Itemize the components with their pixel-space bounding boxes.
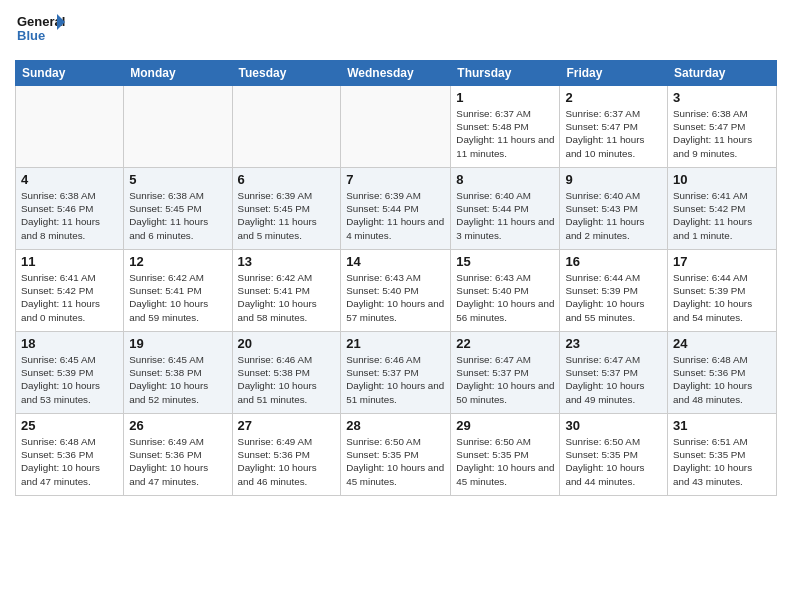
day-info: Sunrise: 6:38 AM Sunset: 5:46 PM Dayligh… [21, 189, 118, 242]
day-number: 18 [21, 336, 118, 351]
day-info: Sunrise: 6:48 AM Sunset: 5:36 PM Dayligh… [673, 353, 771, 406]
col-header-monday: Monday [124, 61, 232, 86]
day-cell: 20Sunrise: 6:46 AM Sunset: 5:38 PM Dayli… [232, 332, 341, 414]
day-cell: 30Sunrise: 6:50 AM Sunset: 5:35 PM Dayli… [560, 414, 668, 496]
day-info: Sunrise: 6:40 AM Sunset: 5:43 PM Dayligh… [565, 189, 662, 242]
day-number: 20 [238, 336, 336, 351]
day-number: 15 [456, 254, 554, 269]
day-cell: 21Sunrise: 6:46 AM Sunset: 5:37 PM Dayli… [341, 332, 451, 414]
day-number: 13 [238, 254, 336, 269]
day-cell: 26Sunrise: 6:49 AM Sunset: 5:36 PM Dayli… [124, 414, 232, 496]
day-cell: 31Sunrise: 6:51 AM Sunset: 5:35 PM Dayli… [668, 414, 777, 496]
day-info: Sunrise: 6:37 AM Sunset: 5:47 PM Dayligh… [565, 107, 662, 160]
day-cell: 10Sunrise: 6:41 AM Sunset: 5:42 PM Dayli… [668, 168, 777, 250]
day-number: 27 [238, 418, 336, 433]
day-number: 1 [456, 90, 554, 105]
col-header-tuesday: Tuesday [232, 61, 341, 86]
day-number: 17 [673, 254, 771, 269]
day-number: 23 [565, 336, 662, 351]
day-info: Sunrise: 6:46 AM Sunset: 5:37 PM Dayligh… [346, 353, 445, 406]
day-info: Sunrise: 6:44 AM Sunset: 5:39 PM Dayligh… [565, 271, 662, 324]
day-cell: 24Sunrise: 6:48 AM Sunset: 5:36 PM Dayli… [668, 332, 777, 414]
day-cell: 25Sunrise: 6:48 AM Sunset: 5:36 PM Dayli… [16, 414, 124, 496]
day-info: Sunrise: 6:38 AM Sunset: 5:45 PM Dayligh… [129, 189, 226, 242]
week-row-4: 18Sunrise: 6:45 AM Sunset: 5:39 PM Dayli… [16, 332, 777, 414]
header: General Blue [15, 10, 777, 52]
day-cell [232, 86, 341, 168]
day-info: Sunrise: 6:42 AM Sunset: 5:41 PM Dayligh… [238, 271, 336, 324]
day-info: Sunrise: 6:50 AM Sunset: 5:35 PM Dayligh… [346, 435, 445, 488]
day-info: Sunrise: 6:49 AM Sunset: 5:36 PM Dayligh… [129, 435, 226, 488]
week-row-1: 1Sunrise: 6:37 AM Sunset: 5:48 PM Daylig… [16, 86, 777, 168]
day-info: Sunrise: 6:41 AM Sunset: 5:42 PM Dayligh… [673, 189, 771, 242]
page: General Blue SundayMondayTuesdayWednesda… [0, 0, 792, 612]
day-cell: 1Sunrise: 6:37 AM Sunset: 5:48 PM Daylig… [451, 86, 560, 168]
day-number: 9 [565, 172, 662, 187]
col-header-wednesday: Wednesday [341, 61, 451, 86]
day-number: 12 [129, 254, 226, 269]
day-cell: 9Sunrise: 6:40 AM Sunset: 5:43 PM Daylig… [560, 168, 668, 250]
day-cell: 29Sunrise: 6:50 AM Sunset: 5:35 PM Dayli… [451, 414, 560, 496]
day-info: Sunrise: 6:37 AM Sunset: 5:48 PM Dayligh… [456, 107, 554, 160]
day-info: Sunrise: 6:45 AM Sunset: 5:38 PM Dayligh… [129, 353, 226, 406]
day-cell: 12Sunrise: 6:42 AM Sunset: 5:41 PM Dayli… [124, 250, 232, 332]
day-info: Sunrise: 6:46 AM Sunset: 5:38 PM Dayligh… [238, 353, 336, 406]
day-info: Sunrise: 6:44 AM Sunset: 5:39 PM Dayligh… [673, 271, 771, 324]
day-cell [341, 86, 451, 168]
day-cell: 4Sunrise: 6:38 AM Sunset: 5:46 PM Daylig… [16, 168, 124, 250]
day-number: 24 [673, 336, 771, 351]
day-number: 3 [673, 90, 771, 105]
day-info: Sunrise: 6:43 AM Sunset: 5:40 PM Dayligh… [456, 271, 554, 324]
day-cell: 27Sunrise: 6:49 AM Sunset: 5:36 PM Dayli… [232, 414, 341, 496]
day-info: Sunrise: 6:43 AM Sunset: 5:40 PM Dayligh… [346, 271, 445, 324]
calendar-header-row: SundayMondayTuesdayWednesdayThursdayFrid… [16, 61, 777, 86]
day-cell: 2Sunrise: 6:37 AM Sunset: 5:47 PM Daylig… [560, 86, 668, 168]
day-cell: 5Sunrise: 6:38 AM Sunset: 5:45 PM Daylig… [124, 168, 232, 250]
week-row-5: 25Sunrise: 6:48 AM Sunset: 5:36 PM Dayli… [16, 414, 777, 496]
col-header-sunday: Sunday [16, 61, 124, 86]
day-cell: 17Sunrise: 6:44 AM Sunset: 5:39 PM Dayli… [668, 250, 777, 332]
day-number: 30 [565, 418, 662, 433]
day-info: Sunrise: 6:48 AM Sunset: 5:36 PM Dayligh… [21, 435, 118, 488]
day-cell: 19Sunrise: 6:45 AM Sunset: 5:38 PM Dayli… [124, 332, 232, 414]
day-number: 10 [673, 172, 771, 187]
day-cell: 23Sunrise: 6:47 AM Sunset: 5:37 PM Dayli… [560, 332, 668, 414]
day-info: Sunrise: 6:51 AM Sunset: 5:35 PM Dayligh… [673, 435, 771, 488]
day-info: Sunrise: 6:50 AM Sunset: 5:35 PM Dayligh… [565, 435, 662, 488]
svg-text:Blue: Blue [17, 28, 45, 43]
day-number: 19 [129, 336, 226, 351]
day-number: 28 [346, 418, 445, 433]
col-header-saturday: Saturday [668, 61, 777, 86]
day-number: 5 [129, 172, 226, 187]
day-cell: 7Sunrise: 6:39 AM Sunset: 5:44 PM Daylig… [341, 168, 451, 250]
day-number: 8 [456, 172, 554, 187]
day-number: 21 [346, 336, 445, 351]
day-number: 31 [673, 418, 771, 433]
day-cell: 13Sunrise: 6:42 AM Sunset: 5:41 PM Dayli… [232, 250, 341, 332]
day-info: Sunrise: 6:38 AM Sunset: 5:47 PM Dayligh… [673, 107, 771, 160]
day-cell: 6Sunrise: 6:39 AM Sunset: 5:45 PM Daylig… [232, 168, 341, 250]
day-cell: 8Sunrise: 6:40 AM Sunset: 5:44 PM Daylig… [451, 168, 560, 250]
day-info: Sunrise: 6:39 AM Sunset: 5:44 PM Dayligh… [346, 189, 445, 242]
day-number: 29 [456, 418, 554, 433]
day-number: 2 [565, 90, 662, 105]
col-header-thursday: Thursday [451, 61, 560, 86]
day-cell: 14Sunrise: 6:43 AM Sunset: 5:40 PM Dayli… [341, 250, 451, 332]
day-info: Sunrise: 6:47 AM Sunset: 5:37 PM Dayligh… [456, 353, 554, 406]
day-info: Sunrise: 6:41 AM Sunset: 5:42 PM Dayligh… [21, 271, 118, 324]
calendar-table: SundayMondayTuesdayWednesdayThursdayFrid… [15, 60, 777, 496]
day-cell: 28Sunrise: 6:50 AM Sunset: 5:35 PM Dayli… [341, 414, 451, 496]
day-number: 16 [565, 254, 662, 269]
day-info: Sunrise: 6:47 AM Sunset: 5:37 PM Dayligh… [565, 353, 662, 406]
day-info: Sunrise: 6:49 AM Sunset: 5:36 PM Dayligh… [238, 435, 336, 488]
logo: General Blue [15, 10, 65, 52]
day-info: Sunrise: 6:39 AM Sunset: 5:45 PM Dayligh… [238, 189, 336, 242]
week-row-2: 4Sunrise: 6:38 AM Sunset: 5:46 PM Daylig… [16, 168, 777, 250]
day-number: 4 [21, 172, 118, 187]
week-row-3: 11Sunrise: 6:41 AM Sunset: 5:42 PM Dayli… [16, 250, 777, 332]
day-cell: 3Sunrise: 6:38 AM Sunset: 5:47 PM Daylig… [668, 86, 777, 168]
day-info: Sunrise: 6:40 AM Sunset: 5:44 PM Dayligh… [456, 189, 554, 242]
day-number: 6 [238, 172, 336, 187]
day-number: 14 [346, 254, 445, 269]
day-info: Sunrise: 6:42 AM Sunset: 5:41 PM Dayligh… [129, 271, 226, 324]
